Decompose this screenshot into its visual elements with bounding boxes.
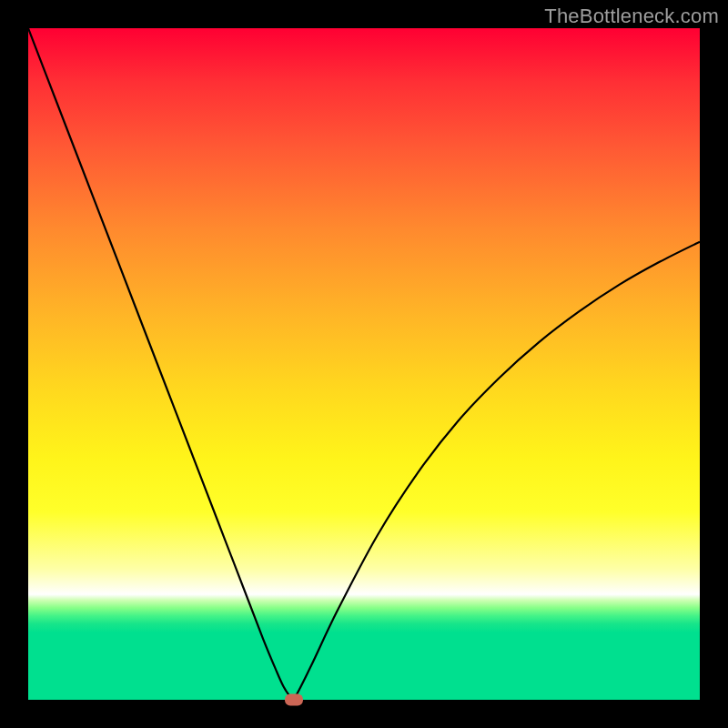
curve-path	[28, 28, 700, 700]
plot-area	[28, 28, 700, 700]
bottleneck-curve	[28, 28, 700, 700]
chart-frame: TheBottleneck.com	[0, 0, 728, 728]
watermark-text: TheBottleneck.com	[544, 5, 719, 28]
minimum-marker	[285, 694, 303, 706]
